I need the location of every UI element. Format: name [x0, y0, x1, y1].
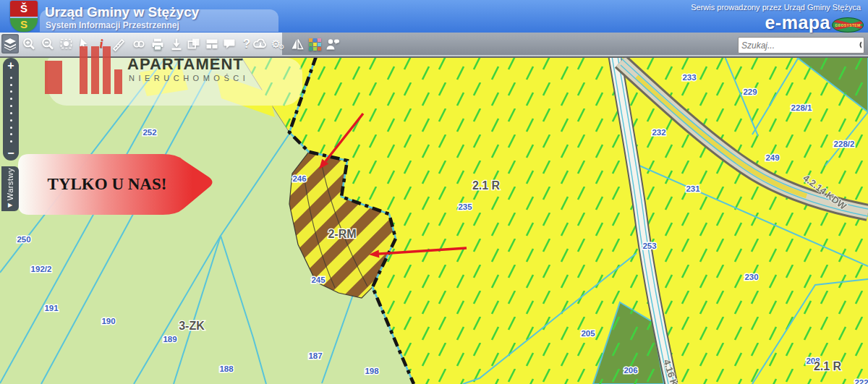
parcel-label: 230 [744, 273, 758, 281]
layers-panel-tab[interactable]: Warstwy ▶ [1, 166, 19, 211]
search-box [738, 37, 864, 54]
watermark-logo-bar [80, 46, 88, 94]
parcel-label: 232 [652, 128, 665, 137]
zoom-dot[interactable] [10, 119, 12, 121]
copy-view-icon[interactable] [185, 34, 203, 54]
zoom-dot[interactable] [10, 112, 12, 114]
zoom-out-button[interactable]: − [7, 148, 14, 159]
parcel-label: 190 [101, 317, 115, 325]
measure-icon[interactable] [110, 34, 127, 54]
crest-bottom: S [10, 18, 38, 32]
watermark-logo-bar [91, 46, 99, 94]
profile-comment-icon[interactable] [324, 34, 341, 54]
watermark-logo-bar [103, 46, 111, 94]
page-subtitle: System Informacji Przestrzennej [46, 20, 179, 30]
parcel-label: 222 [854, 378, 868, 384]
parcel-label: 187 [308, 351, 322, 360]
zoom-dot[interactable] [10, 105, 12, 107]
parcel-label: 228/2 [834, 140, 855, 148]
parcel-label: 246 [292, 174, 306, 183]
layout-icon[interactable] [203, 34, 221, 54]
watermark-logo-bar [45, 61, 62, 94]
download-icon[interactable] [168, 34, 185, 54]
layers-icon[interactable] [1, 34, 19, 54]
parcel-label: 189 [163, 335, 176, 344]
page-title: Urząd Gminy w Stężycy [45, 4, 199, 20]
parcel-label: 250 [17, 235, 30, 244]
search-icon[interactable] [858, 39, 861, 52]
parcel-label: 191 [44, 304, 59, 312]
emapa-brand[interactable]: e-mapa [765, 12, 830, 33]
cloud-download-icon[interactable] [252, 34, 269, 54]
parcel-label: 253 [642, 242, 656, 250]
print-icon[interactable] [149, 34, 166, 54]
layers-tab-label: Warstwy [6, 168, 14, 200]
promo-badge: TYLKO U NAS! [0, 145, 224, 224]
watermark-name: APARTAMENT [127, 55, 244, 74]
parcel-label: 231 [686, 184, 700, 193]
parcel-label: 192/2 [31, 265, 52, 273]
parcel-label: 249 [765, 153, 779, 162]
zoom-dot[interactable] [10, 90, 12, 93]
zoom-in-icon[interactable] [20, 34, 38, 54]
geosystem-logo-icon[interactable]: GEOSYSTEM [832, 17, 864, 33]
parcel-label: 205 [581, 329, 595, 338]
zoom-dot[interactable] [10, 127, 12, 129]
zoom-dot[interactable] [10, 84, 12, 86]
settings-icon[interactable]: ⚙⚙ [269, 34, 286, 54]
watermark-logo-bar [114, 69, 122, 94]
parcel-label: 198 [365, 367, 379, 375]
parcel-label: 188 [219, 364, 234, 373]
parcel-label: 229 [743, 88, 757, 96]
zoom-dot[interactable] [10, 133, 12, 135]
zone-label: 3-ZK [179, 320, 205, 332]
expand-arrow-icon: ▶ [8, 202, 12, 208]
municipality-crest: Š S [10, 1, 38, 32]
zone-label: 2.1 R [472, 179, 501, 192]
parcel-label: 235 [458, 202, 472, 211]
zoom-in-button[interactable]: + [7, 60, 14, 72]
zoom-level-dots[interactable] [3, 72, 19, 148]
legend-icon[interactable] [306, 34, 323, 54]
parcel-label: 206 [624, 366, 637, 375]
zoom-dot[interactable] [10, 98, 12, 100]
link-icon[interactable] [130, 34, 148, 54]
zoom-slider[interactable]: + − [3, 58, 19, 161]
promo-text: TYLKO U NAS! [48, 175, 167, 193]
zoom-out-icon[interactable] [39, 34, 56, 54]
service-note: Serwis prowadzony przez Urząd Gminy Stęż… [691, 3, 861, 12]
zoom-dot[interactable] [10, 140, 12, 142]
comment-icon[interactable] [221, 34, 238, 54]
zoom-dot[interactable] [10, 77, 12, 79]
parcel-label: 252 [142, 128, 156, 137]
compare-icon[interactable] [289, 34, 306, 54]
crest-top: Š [10, 1, 38, 18]
search-input[interactable] [739, 40, 858, 51]
app-header: Š S Urząd Gminy w Stężycy System Informa… [0, 0, 868, 33]
watermark-subname: NIERUCHOMOŚCI [129, 74, 249, 82]
parcel-label: 245 [311, 276, 326, 284]
zone-label: 2.1 R [814, 360, 842, 372]
parcel-label: 233 [682, 73, 696, 82]
parcel-label: 228/1 [791, 103, 812, 112]
zone-label: 2-RM [328, 228, 356, 240]
select-area-icon[interactable] [58, 34, 75, 54]
